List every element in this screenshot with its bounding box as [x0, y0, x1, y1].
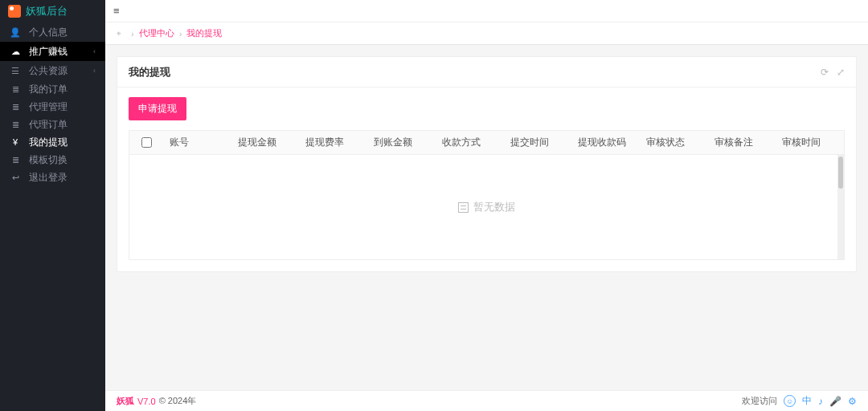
col-audit-time: 审核时间	[776, 136, 844, 149]
sidebar-item-agent-orders[interactable]: ≣ 代理订单	[0, 116, 105, 133]
sidebar-item-agent-manage[interactable]: ≣ 代理管理	[0, 98, 105, 116]
sidebar-item-profile[interactable]: 👤 个人信息	[0, 22, 105, 42]
footer-right: 欢迎访问 ☺ 中 ♪ 🎤 ⚙	[742, 394, 857, 408]
footer: 妖狐 V7.0 © 2024年 欢迎访问 ☺ 中 ♪ 🎤 ⚙	[105, 390, 868, 411]
sidebar-item-label: 退出登录	[29, 169, 96, 186]
location-icon: ⌖	[117, 29, 121, 39]
sidebar-item-public-resources[interactable]: ☰ 公共资源 ‹	[0, 61, 105, 80]
sidebar-item-label: 个人信息	[29, 23, 96, 41]
sidebar-item-template-switch[interactable]: ≣ 模板切换	[0, 151, 105, 169]
mic-icon[interactable]: 🎤	[829, 396, 841, 407]
cloud-icon: ☁	[10, 43, 21, 60]
topbar: ≡	[105, 0, 868, 22]
sidebar-item-label: 推广赚钱	[29, 43, 93, 60]
col-audit-status: 审核状态	[640, 136, 708, 149]
settings-icon[interactable]: ⚙	[848, 396, 857, 407]
sidebar-item-label: 我的提现	[29, 133, 96, 151]
menu-toggle-icon[interactable]: ≡	[113, 5, 120, 17]
list-icon: ≣	[10, 151, 21, 169]
select-all-checkbox[interactable]	[141, 137, 152, 148]
footer-version: V7.0	[137, 397, 156, 406]
refresh-icon[interactable]: ⟳	[821, 67, 829, 78]
app-logo-icon	[8, 5, 21, 18]
sidebar-item-label: 代理订单	[29, 116, 96, 133]
card-body: 申请提现 账号 提现金额 提现费率 到账金额 收款方式 提交时间 提现收款码 审…	[117, 87, 856, 271]
sidebar-item-label: 我的订单	[29, 80, 96, 98]
sidebar-item-label: 代理管理	[29, 98, 96, 116]
col-account: 账号	[163, 136, 231, 149]
card-header: 我的提现 ⟳ ⤢	[117, 57, 856, 87]
user-icon: 👤	[10, 23, 21, 41]
list-icon: ≣	[10, 116, 21, 133]
logout-icon: ↩	[10, 169, 21, 186]
col-received-amount: 到账金额	[367, 136, 436, 149]
footer-welcome: 欢迎访问	[742, 395, 777, 407]
apply-withdraw-button[interactable]: 申请提现	[129, 97, 186, 120]
yen-icon: ¥	[10, 133, 21, 151]
breadcrumb: ⌖ › 代理中心 › 我的提现	[105, 22, 868, 45]
sidebar-item-label: 模板切换	[29, 151, 96, 169]
chevron-left-icon: ‹	[93, 62, 96, 79]
sidebar-item-label: 公共资源	[29, 62, 93, 79]
no-data: 暂无数据	[458, 200, 515, 214]
lang-icon[interactable]: 中	[802, 394, 812, 408]
col-audit-remark: 审核备注	[708, 136, 776, 149]
col-fee-rate: 提现费率	[299, 136, 367, 149]
no-data-text: 暂无数据	[473, 200, 515, 214]
card-tools: ⟳ ⤢	[821, 67, 845, 78]
scrollbar-thumb[interactable]	[838, 157, 843, 189]
chevron-left-icon: ‹	[93, 43, 96, 60]
footer-brand: 妖狐	[117, 395, 134, 407]
select-all-cell	[129, 137, 163, 148]
list-icon: ☰	[10, 62, 21, 79]
card: 我的提现 ⟳ ⤢ 申请提现 账号 提现金额 提现费率 到账金	[117, 56, 857, 272]
col-pay-method: 收款方式	[436, 136, 504, 149]
col-receipt-code: 提现收款码	[571, 136, 640, 149]
sound-icon[interactable]: ♪	[818, 396, 823, 407]
breadcrumb-sep: ›	[131, 29, 134, 39]
col-submit-time: 提交时间	[504, 136, 572, 149]
sidebar-item-my-withdraw[interactable]: ¥ 我的提现	[0, 133, 105, 151]
sidebar: 妖狐后台 👤 个人信息 ☁ 推广赚钱 ‹ ☰ 公共资源 ‹ ≣ 我的订单 ≣ 代…	[0, 0, 105, 411]
breadcrumb-item[interactable]: 代理中心	[139, 27, 174, 39]
no-data-icon	[458, 202, 469, 213]
breadcrumb-sep: ›	[179, 29, 182, 39]
list-icon: ≣	[10, 80, 21, 98]
breadcrumb-item[interactable]: 我的提现	[186, 27, 222, 39]
sidebar-item-promotion[interactable]: ☁ 推广赚钱 ‹	[0, 42, 105, 61]
app-title: 妖狐后台	[26, 4, 68, 18]
table-header: 账号 提现金额 提现费率 到账金额 收款方式 提交时间 提现收款码 审核状态 审…	[129, 131, 844, 155]
col-withdraw-amount: 提现金额	[231, 136, 300, 149]
expand-icon[interactable]: ⤢	[837, 67, 845, 78]
table: 账号 提现金额 提现费率 到账金额 收款方式 提交时间 提现收款码 审核状态 审…	[129, 130, 845, 260]
card-title: 我的提现	[129, 65, 170, 79]
list-icon: ≣	[10, 98, 21, 116]
sidebar-menu: 👤 个人信息 ☁ 推广赚钱 ‹ ☰ 公共资源 ‹ ≣ 我的订单 ≣ 代理管理 ≣…	[0, 22, 105, 411]
table-vscrollbar[interactable]	[837, 155, 844, 259]
sidebar-item-logout[interactable]: ↩ 退出登录	[0, 169, 105, 186]
table-body: 暂无数据	[129, 155, 844, 259]
footer-year: © 2024年	[159, 395, 197, 407]
main: ≡ ⌖ › 代理中心 › 我的提现 我的提现 ⟳ ⤢ 申请提现	[105, 0, 868, 411]
sidebar-header: 妖狐后台	[0, 0, 105, 22]
chat-icon[interactable]: ☺	[784, 395, 796, 407]
content: 我的提现 ⟳ ⤢ 申请提现 账号 提现金额 提现费率 到账金	[105, 45, 868, 390]
sidebar-item-my-orders[interactable]: ≣ 我的订单	[0, 80, 105, 98]
